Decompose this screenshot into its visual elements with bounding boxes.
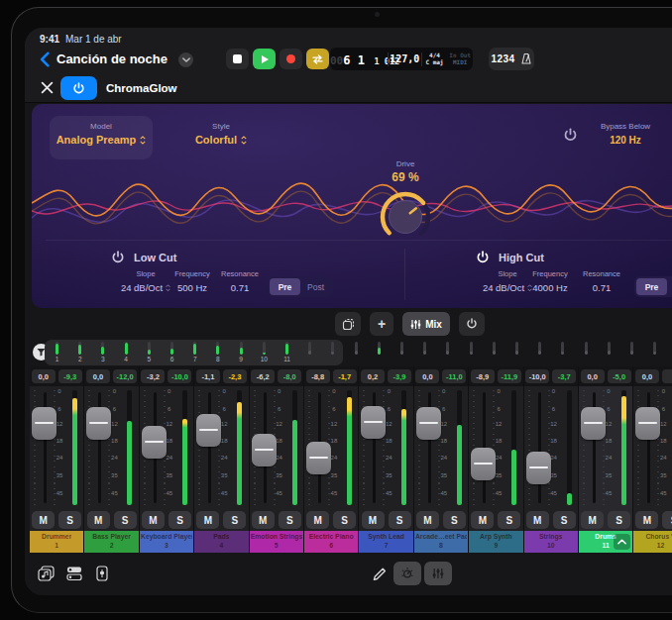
fader-track[interactable]: 061218243545: [469, 386, 522, 509]
collapse-chevron-icon[interactable]: [614, 534, 630, 550]
fader-track[interactable]: 061218243545: [359, 386, 412, 509]
fader-handle[interactable]: [252, 434, 277, 466]
channel-volume-value[interactable]: 0,0: [581, 369, 605, 383]
low-cut-pre-post-switch[interactable]: Pre Post: [268, 276, 333, 297]
channel-volume-value[interactable]: -3,2: [141, 369, 165, 383]
close-icon[interactable]: [41, 81, 54, 94]
loops-browser-icon[interactable]: [38, 566, 56, 581]
low-cut-frequency[interactable]: Frequency 500 Hz: [165, 269, 220, 293]
fader-track[interactable]: 061218243545: [140, 386, 193, 509]
mixer-power-button[interactable]: [459, 312, 485, 336]
record-button[interactable]: [280, 49, 302, 69]
channel-strip-icon[interactable]: [93, 566, 111, 581]
high-cut-power-icon[interactable]: [476, 251, 490, 264]
low-cut-resonance[interactable]: Resonance 0.71: [216, 269, 264, 293]
track-label[interactable]: Bass Player 2: [84, 531, 138, 553]
tiles-icon[interactable]: [65, 566, 83, 581]
solo-button[interactable]: S: [553, 511, 576, 529]
stop-button[interactable]: [226, 49, 249, 69]
count-in-button[interactable]: 1234: [489, 48, 534, 70]
fader-handle[interactable]: [471, 448, 496, 480]
solo-button[interactable]: S: [114, 511, 137, 529]
fader-track[interactable]: 061218243545: [194, 386, 248, 509]
drive-knob[interactable]: [378, 189, 433, 245]
track-label[interactable]: Keyboard Player 3: [140, 531, 193, 553]
mute-button[interactable]: M: [581, 511, 604, 529]
solo-button[interactable]: S: [279, 511, 301, 529]
mix-view-button[interactable]: Mix: [402, 312, 450, 336]
channel-volume-value[interactable]: -6,2: [251, 369, 275, 383]
song-title[interactable]: Canción de noche: [56, 52, 168, 66]
solo-button[interactable]: S: [168, 511, 191, 529]
track-label[interactable]: Arcade…eet Pad 8: [414, 531, 468, 553]
post-option[interactable]: Post: [667, 278, 672, 295]
fader-handle[interactable]: [142, 426, 167, 459]
fader-handle[interactable]: [32, 407, 56, 440]
mixer-view-button[interactable]: [424, 562, 452, 585]
fader-handle[interactable]: [416, 407, 441, 440]
copy-button[interactable]: [335, 312, 361, 336]
solo-button[interactable]: S: [333, 511, 356, 529]
mute-button[interactable]: M: [142, 511, 165, 529]
bypass-below-control[interactable]: Bypass Below 120 Hz: [585, 122, 666, 146]
mute-button[interactable]: M: [362, 511, 385, 529]
channel-volume-value[interactable]: -8,9: [471, 369, 495, 383]
fader-track[interactable]: 061218243545: [579, 386, 632, 509]
fader-handle[interactable]: [306, 442, 331, 474]
fader-track[interactable]: 061218243545: [304, 386, 358, 509]
fader-track[interactable]: 061218243545: [250, 386, 303, 509]
bypass-power-icon[interactable]: [563, 128, 578, 143]
solo-button[interactable]: S: [389, 511, 411, 529]
track-label[interactable]: Pads 4: [194, 531, 248, 553]
song-menu-button[interactable]: [178, 52, 193, 67]
track-label[interactable]: Emotion Strings 5: [250, 531, 303, 553]
fader-handle[interactable]: [526, 452, 551, 484]
channel-volume-value[interactable]: -10,0: [525, 369, 549, 383]
channel-volume-value[interactable]: 0,0: [86, 369, 110, 383]
mute-button[interactable]: M: [526, 511, 549, 529]
edit-pencil-icon[interactable]: [372, 566, 386, 581]
high-cut-frequency[interactable]: Frequency 4000 Hz: [522, 269, 578, 293]
play-button[interactable]: [253, 49, 276, 69]
model-selector[interactable]: Model Analog Preamp: [50, 116, 153, 159]
low-cut-power-icon[interactable]: [111, 251, 125, 264]
track-label[interactable]: Synth Lead 7: [359, 531, 412, 553]
mute-button[interactable]: M: [87, 511, 110, 529]
fader-track[interactable]: 061218243545: [633, 386, 672, 509]
plugin-power-button[interactable]: [60, 76, 97, 100]
high-cut-resonance[interactable]: Resonance 0.71: [578, 269, 625, 293]
solo-button[interactable]: S: [58, 511, 81, 529]
fader-handle[interactable]: [196, 414, 221, 447]
channel-volume-value[interactable]: 0,0: [635, 369, 659, 383]
pre-option[interactable]: Pre: [270, 278, 300, 295]
fader-handle[interactable]: [581, 407, 606, 440]
solo-button[interactable]: S: [662, 511, 672, 529]
track-label[interactable]: Strings 10: [524, 531, 578, 553]
channel-volume-value[interactable]: -8,8: [306, 369, 330, 383]
back-chevron-icon[interactable]: [38, 52, 52, 67]
track-label[interactable]: Arp Synth 9: [469, 531, 522, 553]
fader-track[interactable]: 061218243545: [30, 386, 83, 509]
solo-button[interactable]: S: [498, 511, 520, 529]
fader-track[interactable]: 061218243545: [524, 386, 578, 509]
add-track-button[interactable]: +: [370, 312, 393, 336]
fader-track[interactable]: 061218243545: [84, 386, 138, 509]
mute-button[interactable]: M: [306, 511, 329, 529]
track-label[interactable]: Chorus V 12: [633, 531, 672, 553]
channel-volume-value[interactable]: 0,0: [415, 369, 439, 383]
solo-button[interactable]: S: [608, 511, 630, 529]
mute-button[interactable]: M: [32, 511, 55, 529]
track-overview[interactable]: 1234567891011: [25, 339, 672, 366]
mute-button[interactable]: M: [471, 511, 494, 529]
mute-button[interactable]: M: [196, 511, 219, 529]
cycle-button[interactable]: [306, 49, 329, 69]
fader-handle[interactable]: [361, 406, 386, 439]
fader-track[interactable]: 061218243545: [414, 386, 468, 509]
mute-button[interactable]: M: [416, 511, 439, 529]
channel-volume-value[interactable]: 0,0: [32, 369, 56, 383]
style-selector[interactable]: Style Colorful: [178, 116, 264, 159]
high-cut-pre-post-switch[interactable]: Pre Post: [634, 276, 672, 297]
channel-volume-value[interactable]: 0,2: [361, 369, 385, 383]
channel-volume-value[interactable]: -1,1: [196, 369, 220, 383]
lcd-display[interactable]: 006 1 1 012 127,0 4/4 C maj In Out MIDI: [330, 48, 473, 70]
